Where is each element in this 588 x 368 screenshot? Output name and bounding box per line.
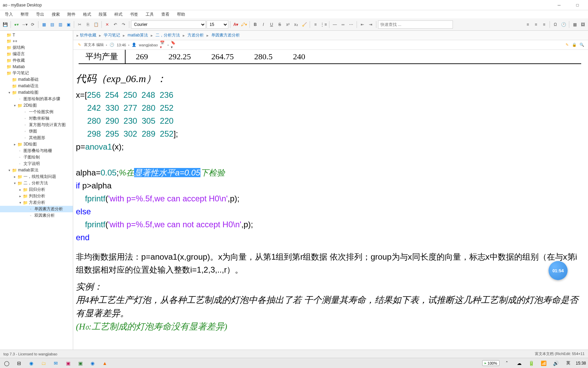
layout1-icon[interactable]: ▦ — [40, 21, 48, 28]
clear-format-icon[interactable]: 🧹 — [300, 21, 308, 28]
new-icon[interactable]: ●▾ — [13, 21, 20, 28]
chevron-icon[interactable]: ▸ — [18, 188, 22, 191]
align-right-icon[interactable]: ≡ — [540, 21, 548, 28]
minimize-button[interactable]: ─ — [551, 0, 567, 10]
underline-icon[interactable]: U — [268, 21, 275, 28]
tree-item[interactable]: ▫一个绘图实例 — [0, 109, 73, 115]
font-select[interactable]: Courier — [131, 20, 206, 29]
tree-item[interactable]: ▸📁3D绘图 — [0, 141, 73, 148]
menu-organize[interactable]: 整理 — [17, 11, 32, 18]
hr2-icon[interactable]: ═ — [339, 21, 347, 28]
align-left-icon[interactable]: ≡ — [524, 21, 532, 28]
crumb-5[interactable]: 单因素方差分析 — [211, 32, 240, 38]
cut-icon[interactable]: ✂ — [76, 21, 83, 28]
sidebar-tree[interactable]: 📁T📁++📁据结构📁编语言📁件收藏📁Matlab📁学习笔记📁matlab基础📁m… — [0, 31, 73, 350]
tree-item[interactable]: ▫饼图 — [0, 128, 73, 135]
tree-item[interactable]: 📁件收藏 — [0, 57, 73, 64]
tree-item[interactable]: ▸📁判别分析 — [0, 193, 73, 199]
align-center-icon[interactable]: ≡ — [532, 21, 540, 28]
save-icon[interactable]: 💾 — [1, 21, 9, 28]
crumb-0[interactable]: 软件收藏 — [80, 32, 96, 38]
tree-item[interactable]: 📁学习笔记 — [0, 70, 73, 76]
tree-item[interactable]: ▫双因素分析 — [0, 212, 73, 219]
crumb-4[interactable]: 方差分析 — [187, 32, 204, 38]
crumb-1[interactable]: 学习笔记 — [104, 32, 120, 38]
tree-item[interactable]: ▫对数坐标轴 — [0, 115, 73, 122]
quick-search-input[interactable] — [378, 20, 453, 29]
tree-item[interactable]: 📁据结构 — [0, 44, 73, 51]
clock-icon[interactable]: 🕐 — [560, 21, 567, 28]
tree-item[interactable]: 📁matlab语法 — [0, 83, 73, 89]
chevron-icon[interactable]: ▾ — [12, 104, 17, 107]
redo-icon[interactable]: ↷ — [120, 21, 127, 28]
tree-item[interactable]: ▫图形叠绘与格栅 — [0, 148, 73, 154]
copy-icon[interactable]: ⎘ — [84, 21, 92, 28]
tree-item[interactable]: ▫子图绘制 — [0, 154, 73, 160]
menu-search[interactable]: 搜索 — [48, 11, 63, 18]
info-search-icon[interactable]: 🔍 — [579, 42, 585, 48]
list-ol-icon[interactable]: ≡ — [312, 21, 319, 28]
excel-icon[interactable]: ▣ — [76, 359, 85, 367]
crumb-2[interactable]: matlab算法 — [128, 32, 148, 38]
hr3-icon[interactable]: ⋯ — [347, 21, 355, 28]
subscript-icon[interactable]: x₂ — [292, 21, 300, 28]
mail-icon[interactable]: ✉ — [51, 359, 61, 367]
maximize-button[interactable]: □ — [570, 0, 585, 10]
chevron-icon[interactable]: ▸ — [12, 175, 17, 179]
info-lock-icon[interactable]: 🔒 — [572, 42, 577, 48]
tree-item[interactable]: ▸📁一，线性规划问题 — [0, 173, 73, 180]
editor-area[interactable]: 平均产量 269 292.25 264.75 280.5 240 代码（exp_… — [73, 50, 588, 350]
font-size-select[interactable]: 15 — [207, 20, 228, 29]
menu-import[interactable]: 导入 — [1, 11, 16, 18]
menu-view[interactable]: 查看 — [158, 11, 173, 18]
chevron-icon[interactable]: ▾ — [7, 91, 12, 94]
paste-icon[interactable]: 📋 — [92, 21, 100, 28]
tray-battery-icon[interactable]: 🔋 — [527, 359, 536, 367]
menu-tools[interactable]: 工具 — [142, 11, 157, 18]
outdent-icon[interactable]: ⇤ — [359, 21, 366, 28]
tray-volume-icon[interactable]: 🔊 — [551, 359, 561, 367]
tree-item[interactable]: ▾📁matlab算法 — [0, 167, 73, 173]
tray-time[interactable]: 15:38 — [576, 359, 586, 367]
font-color-icon[interactable]: A▾ — [232, 21, 240, 28]
zoom-indicator[interactable]: ▸100% — [482, 360, 500, 366]
chevron-icon[interactable]: ▸ — [18, 194, 22, 198]
tree-item[interactable]: 📁编语言 — [0, 51, 73, 57]
floating-clock-widget[interactable]: 01:54 — [549, 261, 568, 280]
breadcrumb-back-icon[interactable]: ▸ — [77, 33, 79, 38]
tree-item[interactable]: ▸📁回归分析 — [0, 186, 73, 193]
tree-item[interactable]: ▫单因素方差分析 — [0, 206, 73, 212]
italic-icon[interactable]: I — [260, 21, 267, 28]
task-view-icon[interactable]: ⊟ — [14, 359, 24, 367]
highlight-color-icon[interactable]: 🖍▾ — [240, 21, 248, 28]
explorer-icon[interactable]: 🗂 — [39, 359, 48, 367]
superscript-icon[interactable]: x² — [284, 21, 292, 28]
matlab-icon[interactable]: ▲ — [100, 359, 110, 367]
menu-style[interactable]: 样式 — [111, 11, 126, 18]
tree-item[interactable]: ▫文字说明 — [0, 160, 73, 167]
edge-icon[interactable]: ◉ — [27, 359, 36, 367]
tree-item[interactable]: ▾📁2D绘图 — [0, 102, 73, 109]
layout4-icon[interactable]: ▣ — [65, 21, 72, 28]
menu-export[interactable]: 导出 — [33, 11, 48, 18]
close-icon[interactable]: ✕ — [103, 21, 111, 28]
tree-item[interactable]: 📁Matlab — [0, 64, 73, 70]
code-block[interactable]: x=[256 254 250 248 236 242 330 277 280 2… — [76, 89, 581, 244]
tray-ime[interactable]: 英 — [564, 359, 573, 367]
tree-item[interactable]: ▾📁方差分析 — [0, 199, 73, 206]
chevron-icon[interactable]: ▾ — [18, 201, 22, 204]
chevron-icon[interactable]: ▸ — [12, 142, 17, 146]
menu-bookmark[interactable]: 书签 — [127, 11, 142, 18]
tree-item[interactable]: ▫直方图与统计直方图 — [0, 122, 73, 128]
table-icon[interactable]: ▦ — [571, 21, 578, 28]
hr1-icon[interactable]: — — [331, 21, 339, 28]
layout2-icon[interactable]: ▤ — [48, 21, 56, 28]
app2-icon[interactable]: ◉ — [88, 359, 97, 367]
tree-item[interactable]: ▫图形绘制的基本步骤 — [0, 96, 73, 102]
forward-icon[interactable]: →▾ — [21, 21, 28, 28]
list-ul-icon[interactable]: ⋮≡ — [320, 21, 327, 28]
tray-cloud-icon[interactable]: ☁ — [514, 359, 524, 367]
tag-icon[interactable]: 🔖▾ — [171, 42, 176, 48]
tree-item[interactable]: 📁T — [0, 32, 73, 38]
refresh-icon[interactable]: ⟳ — [29, 21, 36, 28]
